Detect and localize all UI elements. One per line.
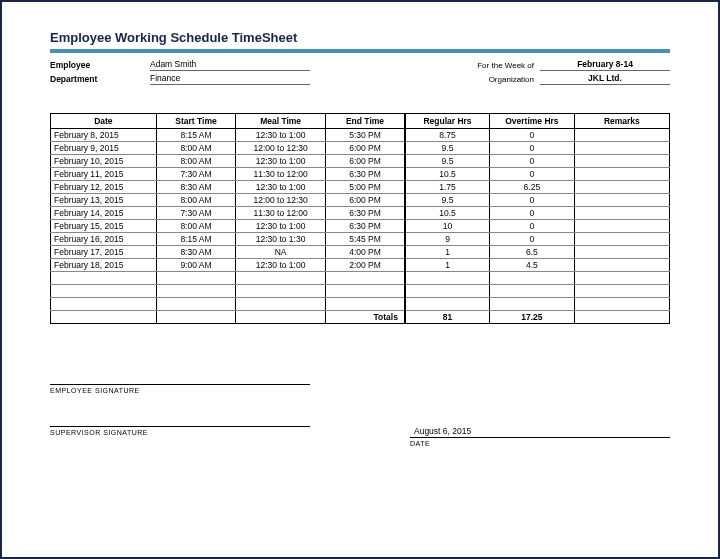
cell-start: 8:00 AM (156, 220, 235, 233)
totals-regular: 81 (405, 311, 490, 324)
table-row: February 8, 20158:15 AM12:30 to 1:005:30… (51, 129, 670, 142)
cell-regular: 9.5 (405, 142, 490, 155)
employee-value: Adam Smith (150, 59, 310, 71)
cell-meal: 11:30 to 12:00 (236, 207, 326, 220)
title-underline (50, 49, 670, 53)
signature-section-2: SUPERVISOR SIGNATURE August 6, 2015 DATE (50, 426, 670, 447)
cell-overtime: 0 (490, 168, 575, 181)
cell-date: February 8, 2015 (51, 129, 157, 142)
cell-overtime: 0 (490, 142, 575, 155)
cell-remarks (574, 233, 669, 246)
cell-start: 7:30 AM (156, 168, 235, 181)
cell-overtime: 0 (490, 155, 575, 168)
cell-regular: 1 (405, 246, 490, 259)
org-value: JKL Ltd. (540, 73, 670, 85)
header-meal: Meal Time (236, 114, 326, 129)
cell-date: February 13, 2015 (51, 194, 157, 207)
cell-meal: 12:30 to 1:00 (236, 259, 326, 272)
cell-remarks (574, 220, 669, 233)
cell-end: 6:00 PM (326, 142, 405, 155)
cell-date: February 10, 2015 (51, 155, 157, 168)
cell-end: 5:45 PM (326, 233, 405, 246)
cell-date: February 17, 2015 (51, 246, 157, 259)
table-row: February 16, 20158:15 AM12:30 to 1:305:4… (51, 233, 670, 246)
signature-section-1: EMPLOYEE SIGNATURE (50, 384, 670, 394)
week-value: February 8-14 (540, 59, 670, 71)
header-row: Date Start Time Meal Time End Time Regul… (51, 114, 670, 129)
cell-meal: 12:30 to 1:00 (236, 129, 326, 142)
cell-date: February 15, 2015 (51, 220, 157, 233)
table-row: February 15, 20158:00 AM12:30 to 1:006:3… (51, 220, 670, 233)
header-date: Date (51, 114, 157, 129)
cell-end: 4:00 PM (326, 246, 405, 259)
cell-meal: NA (236, 246, 326, 259)
cell-regular: 10.5 (405, 207, 490, 220)
page-title: Employee Working Schedule TimeSheet (50, 30, 670, 45)
cell-meal: 12:30 to 1:30 (236, 233, 326, 246)
header-remarks: Remarks (574, 114, 669, 129)
cell-overtime: 0 (490, 194, 575, 207)
supervisor-sig-line (50, 426, 310, 427)
cell-regular: 9.5 (405, 194, 490, 207)
cell-end: 5:30 PM (326, 129, 405, 142)
cell-remarks (574, 142, 669, 155)
employee-label: Employee (50, 60, 150, 70)
cell-start: 9:00 AM (156, 259, 235, 272)
cell-remarks (574, 129, 669, 142)
cell-start: 7:30 AM (156, 207, 235, 220)
cell-regular: 9.5 (405, 155, 490, 168)
cell-end: 5:00 PM (326, 181, 405, 194)
cell-meal: 12:00 to 12:30 (236, 142, 326, 155)
cell-date: February 12, 2015 (51, 181, 157, 194)
table-row: February 12, 20158:30 AM12:30 to 1:005:0… (51, 181, 670, 194)
department-value: Finance (150, 73, 310, 85)
cell-meal: 11:30 to 12:00 (236, 168, 326, 181)
cell-start: 8:15 AM (156, 233, 235, 246)
cell-date: February 18, 2015 (51, 259, 157, 272)
cell-end: 6:30 PM (326, 220, 405, 233)
cell-meal: 12:30 to 1:00 (236, 155, 326, 168)
cell-remarks (574, 168, 669, 181)
cell-regular: 8.75 (405, 129, 490, 142)
table-row: February 18, 20159:00 AM12:30 to 1:002:0… (51, 259, 670, 272)
cell-remarks (574, 246, 669, 259)
timesheet-table: Date Start Time Meal Time End Time Regul… (50, 113, 670, 324)
cell-end: 2:00 PM (326, 259, 405, 272)
cell-overtime: 0 (490, 129, 575, 142)
header-end: End Time (326, 114, 405, 129)
cell-start: 8:15 AM (156, 129, 235, 142)
cell-overtime: 0 (490, 220, 575, 233)
table-row: February 9, 20158:00 AM12:00 to 12:306:0… (51, 142, 670, 155)
cell-regular: 9 (405, 233, 490, 246)
cell-regular: 1 (405, 259, 490, 272)
table-row: February 10, 20158:00 AM12:30 to 1:006:0… (51, 155, 670, 168)
cell-meal: 12:30 to 1:00 (236, 181, 326, 194)
cell-end: 6:30 PM (326, 207, 405, 220)
cell-end: 6:00 PM (326, 155, 405, 168)
cell-overtime: 6.5 (490, 246, 575, 259)
table-row: February 17, 20158:30 AMNA4:00 PM16.5 (51, 246, 670, 259)
cell-date: February 11, 2015 (51, 168, 157, 181)
cell-remarks (574, 181, 669, 194)
table-row-blank (51, 298, 670, 311)
header-overtime: Overtime Hrs (490, 114, 575, 129)
cell-start: 8:00 AM (156, 155, 235, 168)
header-regular: Regular Hrs (405, 114, 490, 129)
week-label: For the Week of (450, 61, 540, 70)
cell-start: 8:00 AM (156, 142, 235, 155)
cell-remarks (574, 259, 669, 272)
totals-overtime: 17.25 (490, 311, 575, 324)
cell-start: 8:30 AM (156, 246, 235, 259)
cell-date: February 14, 2015 (51, 207, 157, 220)
cell-overtime: 6.25 (490, 181, 575, 194)
table-row: February 14, 20157:30 AM11:30 to 12:006:… (51, 207, 670, 220)
totals-label: Totals (326, 311, 405, 324)
cell-overtime: 0 (490, 207, 575, 220)
supervisor-sig-label: SUPERVISOR SIGNATURE (50, 429, 310, 436)
cell-date: February 9, 2015 (51, 142, 157, 155)
totals-row: Totals8117.25 (51, 311, 670, 324)
department-label: Department (50, 74, 150, 84)
cell-remarks (574, 194, 669, 207)
cell-meal: 12:30 to 1:00 (236, 220, 326, 233)
cell-remarks (574, 155, 669, 168)
